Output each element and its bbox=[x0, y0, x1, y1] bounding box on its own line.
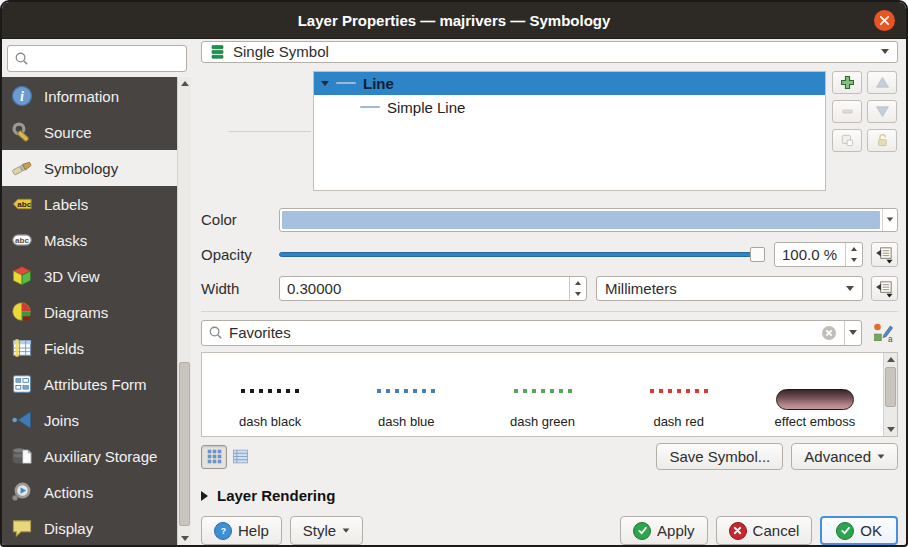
sidebar-item-joins[interactable]: Joins bbox=[2, 402, 177, 438]
ok-check-icon bbox=[836, 522, 854, 540]
filter-dropdown[interactable] bbox=[844, 321, 861, 345]
labels-icon: abc bbox=[11, 193, 33, 215]
saved-styles-panel: dash black dash blue dash green dash red bbox=[201, 352, 898, 437]
svg-text:abc: abc bbox=[15, 236, 29, 245]
step-up-button[interactable] bbox=[846, 243, 862, 255]
style-filter-input[interactable]: Favorites bbox=[201, 320, 862, 346]
tree-row-line[interactable]: Line bbox=[314, 72, 825, 95]
sidebar-item-label: 3D View bbox=[44, 268, 100, 285]
renderer-combobox[interactable]: Single Symbol bbox=[201, 41, 898, 63]
sidebar-item-symbology[interactable]: Symbology bbox=[2, 150, 177, 186]
sidebar-item-labels[interactable]: abc Labels bbox=[2, 186, 177, 222]
remove-symbol-layer-button[interactable] bbox=[832, 100, 862, 123]
sidebar-item-masks[interactable]: abc Masks bbox=[2, 222, 177, 258]
arrow-down-icon bbox=[874, 103, 891, 120]
sidebar-scrollbar[interactable] bbox=[177, 77, 191, 545]
scroll-down-icon[interactable] bbox=[884, 423, 897, 436]
help-button[interactable]: ? Help bbox=[201, 516, 282, 545]
layer-rendering-section[interactable]: Layer Rendering bbox=[201, 487, 898, 504]
symbol-item-dash-blue[interactable]: dash blue bbox=[338, 353, 474, 436]
save-symbol-button[interactable]: Save Symbol... bbox=[656, 443, 783, 470]
sidebar-item-label: Auxiliary Storage bbox=[44, 448, 157, 465]
sidebar-item-label: Information bbox=[44, 88, 119, 105]
expand-caret-icon[interactable] bbox=[321, 81, 329, 86]
scroll-down-icon[interactable] bbox=[178, 532, 191, 545]
icon-view-button[interactable] bbox=[201, 445, 227, 469]
plus-icon bbox=[839, 74, 856, 91]
step-down-button[interactable] bbox=[570, 288, 586, 300]
list-view-button[interactable] bbox=[227, 445, 253, 469]
sidebar-item-display[interactable]: Display bbox=[2, 510, 177, 546]
symbol-name: dash green bbox=[510, 414, 575, 429]
sidebar-item-auxiliary-storage[interactable]: Auxiliary Storage bbox=[2, 438, 177, 474]
sidebar-search-input[interactable] bbox=[7, 45, 187, 72]
symbol-item-dash-red[interactable]: dash red bbox=[611, 353, 747, 436]
symbol-item-dash-black[interactable]: dash black bbox=[202, 353, 338, 436]
ok-button[interactable]: OK bbox=[820, 516, 898, 545]
add-symbol-layer-button[interactable] bbox=[832, 71, 862, 94]
sidebar-item-3d-view[interactable]: 3D View bbox=[2, 258, 177, 294]
color-dropdown[interactable] bbox=[882, 209, 897, 231]
scroll-up-icon[interactable] bbox=[884, 353, 897, 366]
clear-filter-button[interactable] bbox=[820, 324, 838, 342]
style-manager-icon: a bbox=[872, 322, 894, 344]
color-button[interactable] bbox=[279, 208, 898, 232]
scroll-up-icon[interactable] bbox=[178, 77, 191, 90]
step-up-button[interactable] bbox=[570, 277, 586, 289]
help-icon: ? bbox=[214, 522, 232, 540]
width-unit-combobox[interactable]: Millimeters bbox=[596, 276, 863, 301]
fields-icon bbox=[11, 337, 33, 359]
symbol-layer-buttons bbox=[832, 71, 898, 191]
cancel-button[interactable]: Cancel bbox=[716, 516, 813, 545]
opacity-data-defined-override-button[interactable] bbox=[871, 242, 898, 267]
move-up-button[interactable] bbox=[867, 71, 897, 94]
data-defined-override-icon bbox=[875, 279, 894, 298]
close-icon bbox=[879, 15, 890, 26]
tree-row-simple-line[interactable]: Simple Line bbox=[314, 95, 825, 120]
sidebar-item-source[interactable]: Source bbox=[2, 114, 177, 150]
style-menu-button[interactable]: Style bbox=[290, 516, 363, 545]
svg-text:abc: abc bbox=[17, 200, 31, 209]
step-down-button[interactable] bbox=[846, 254, 862, 266]
sidebar-scrollbar-thumb[interactable] bbox=[179, 362, 190, 526]
sidebar-item-fields[interactable]: Fields bbox=[2, 330, 177, 366]
symbol-item-effect-emboss[interactable]: effect emboss bbox=[747, 353, 883, 436]
sidebar-item-information[interactable]: i Information bbox=[2, 78, 177, 114]
apply-button[interactable]: Apply bbox=[620, 516, 708, 545]
styles-scrollbar-thumb[interactable] bbox=[885, 367, 896, 407]
duplicate-layer-button[interactable] bbox=[832, 129, 862, 152]
style-manager-button[interactable]: a bbox=[868, 320, 898, 346]
sidebar-item-actions[interactable]: Actions bbox=[2, 474, 177, 510]
width-data-defined-override-button[interactable] bbox=[871, 276, 898, 301]
width-stepper bbox=[569, 277, 586, 300]
line-symbol-icon bbox=[360, 106, 380, 108]
width-spinbox[interactable]: 0.30000 bbox=[279, 276, 587, 301]
symbol-layer-tree: Line Simple Line bbox=[313, 71, 826, 191]
sidebar-item-label: Display bbox=[44, 520, 93, 537]
sidebar-item-diagrams[interactable]: Diagrams bbox=[2, 294, 177, 330]
opacity-slider[interactable] bbox=[279, 242, 765, 266]
section-divider bbox=[201, 311, 898, 312]
window-title: Layer Properties — majrivers — Symbology bbox=[298, 12, 611, 29]
opacity-spinbox[interactable]: 100.0 % bbox=[774, 242, 863, 267]
sidebar-item-label: Source bbox=[44, 124, 92, 141]
lock-colors-button[interactable] bbox=[867, 129, 897, 152]
symbol-preview bbox=[514, 389, 572, 393]
styles-scrollbar[interactable] bbox=[883, 353, 897, 436]
symbol-item-dash-green[interactable]: dash green bbox=[474, 353, 610, 436]
ok-label: OK bbox=[860, 522, 882, 539]
close-button[interactable] bbox=[874, 10, 895, 31]
sidebar-item-attributes-form[interactable]: Attributes Form bbox=[2, 366, 177, 402]
3d-view-icon bbox=[11, 265, 33, 287]
collapsed-caret-icon bbox=[201, 491, 208, 501]
masks-icon: abc bbox=[11, 229, 33, 251]
advanced-button[interactable]: Advanced bbox=[791, 443, 898, 470]
source-icon bbox=[11, 121, 33, 143]
svg-text:i: i bbox=[20, 88, 24, 104]
move-down-button[interactable] bbox=[867, 100, 897, 123]
opacity-slider-track bbox=[279, 252, 761, 257]
save-symbol-label: Save Symbol... bbox=[669, 448, 770, 465]
diagrams-icon bbox=[11, 301, 33, 323]
opacity-slider-handle[interactable] bbox=[750, 247, 765, 262]
sidebar-item-label: Diagrams bbox=[44, 304, 108, 321]
